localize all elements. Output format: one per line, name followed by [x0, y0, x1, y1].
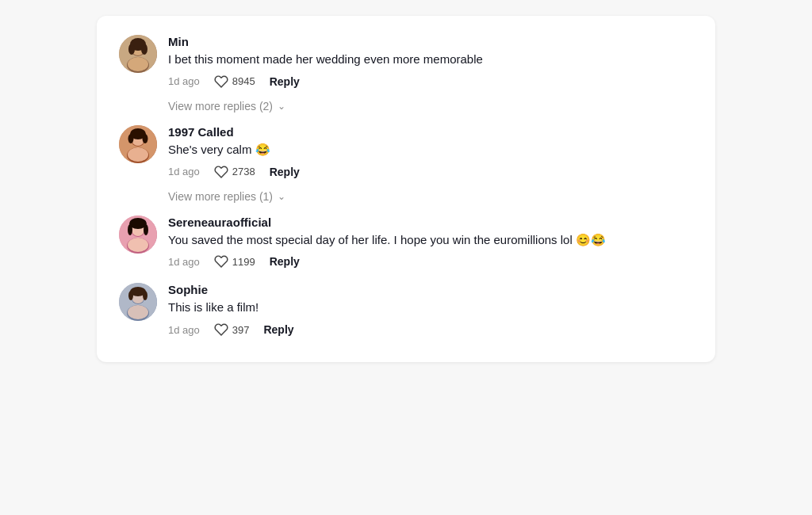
reply-button-serene[interactable]: Reply [270, 255, 300, 268]
like-count-serene: 1199 [232, 256, 255, 268]
view-replies-min[interactable]: View more replies (2) ⌄ [119, 95, 285, 117]
svg-point-20 [128, 238, 148, 252]
svg-point-7 [141, 44, 147, 55]
comment-meta-sophie: 1d ago 397 Reply [168, 322, 693, 337]
like-button-min[interactable]: 8945 [214, 74, 255, 89]
svg-point-30 [128, 291, 133, 300]
like-count-min: 8945 [232, 75, 255, 87]
comment-sophie: Sophie This is like a film! 1d ago 397 R… [119, 283, 693, 337]
like-count-1997called: 2738 [232, 166, 255, 177]
view-replies-label-1997called: View more replies (1) [168, 190, 273, 203]
reply-button-min[interactable]: Reply [270, 75, 300, 88]
comment-content-1997called: 1997 Called She's very calm 😂 1d ago 273… [168, 125, 693, 179]
comment-1997called: 1997 Called She's very calm 😂 1d ago 273… [119, 125, 693, 208]
comment-serene: Sereneauraofficial You saved the most sp… [119, 216, 693, 280]
avatar-min [119, 35, 157, 73]
comment-text-sophie: This is like a film! [168, 299, 693, 316]
comment-content-sophie: Sophie This is like a film! 1d ago 397 R… [168, 283, 693, 337]
avatar-sophie [119, 283, 157, 321]
username-sophie: Sophie [168, 283, 693, 296]
svg-point-22 [128, 224, 132, 235]
chevron-down-icon-1997called: ⌄ [278, 191, 285, 202]
comment-time-min: 1d ago [168, 75, 200, 87]
svg-point-15 [143, 134, 148, 143]
svg-point-14 [128, 134, 134, 143]
avatar-serene [119, 216, 157, 254]
heart-icon-sophie [214, 322, 228, 337]
svg-point-12 [128, 147, 148, 162]
view-replies-label-min: View more replies (2) [168, 100, 273, 113]
view-replies-1997called[interactable]: View more replies (1) ⌄ [119, 185, 285, 208]
comment-text-1997called: She's very calm 😂 [168, 141, 693, 158]
svg-point-4 [128, 57, 148, 71]
comment-meta-serene: 1d ago 1199 Reply [168, 254, 693, 269]
comment-time-serene: 1d ago [168, 256, 200, 268]
svg-point-31 [143, 291, 147, 300]
svg-point-23 [144, 224, 148, 235]
comment-content-serene: Sereneauraofficial You saved the most sp… [168, 216, 693, 269]
comments-container: Min I bet this moment made her wedding e… [97, 16, 715, 362]
comment-min: Min I bet this moment made her wedding e… [119, 35, 693, 117]
username-serene: Sereneauraofficial [168, 216, 693, 229]
comment-content-min: Min I bet this moment made her wedding e… [168, 35, 693, 89]
heart-icon-min [214, 74, 228, 89]
comment-text-serene: You saved the most special day of her li… [168, 231, 693, 249]
chevron-down-icon-min: ⌄ [278, 101, 285, 112]
heart-icon-serene [214, 254, 228, 269]
svg-point-6 [128, 44, 135, 55]
comment-time-sophie: 1d ago [168, 324, 200, 336]
like-button-1997called[interactable]: 2738 [214, 165, 255, 179]
reply-button-sophie[interactable]: Reply [263, 323, 293, 336]
avatar-1997called [119, 125, 157, 163]
like-button-serene[interactable]: 1199 [214, 254, 255, 269]
like-count-sophie: 397 [232, 324, 250, 336]
username-min: Min [168, 35, 693, 48]
reply-button-1997called[interactable]: Reply [270, 166, 300, 178]
comment-time-1997called: 1d ago [168, 166, 200, 177]
like-button-sophie[interactable]: 397 [214, 322, 250, 337]
comment-meta-1997called: 1d ago 2738 Reply [168, 165, 693, 179]
comment-meta-min: 1d ago 8945 Reply [168, 74, 693, 89]
heart-icon-1997called [214, 165, 228, 179]
username-1997called: 1997 Called [168, 125, 693, 139]
svg-point-28 [128, 305, 148, 319]
comment-text-min: I bet this moment made her wedding even … [168, 51, 693, 68]
